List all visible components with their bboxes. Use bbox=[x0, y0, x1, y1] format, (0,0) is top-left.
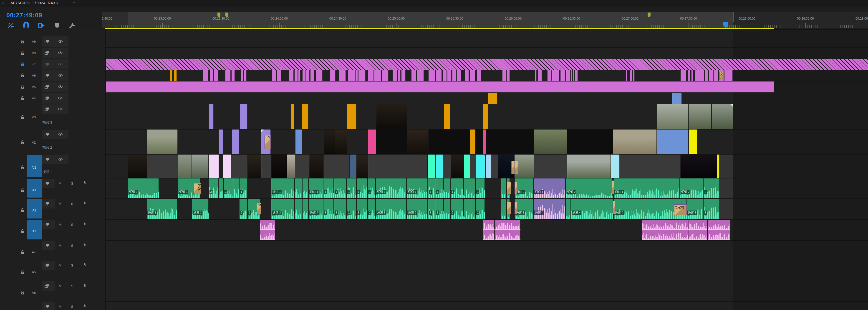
sync-lock-icon[interactable] bbox=[44, 85, 49, 89]
magnet-snap-icon[interactable] bbox=[22, 22, 30, 29]
clip[interactable] bbox=[657, 130, 688, 154]
mute-button[interactable]: M bbox=[59, 284, 62, 288]
clip[interactable] bbox=[681, 70, 686, 81]
clip[interactable]: 通道 1 bbox=[309, 178, 323, 198]
clip[interactable] bbox=[376, 130, 407, 154]
clip[interactable] bbox=[436, 70, 442, 81]
clip[interactable]: 2 bbox=[704, 178, 717, 198]
sync-lock-icon[interactable] bbox=[44, 133, 49, 137]
lock-icon[interactable] bbox=[21, 250, 25, 254]
lock-icon[interactable] bbox=[21, 229, 25, 233]
clip[interactable] bbox=[214, 70, 218, 81]
clip[interactable]: 通道 4 bbox=[309, 199, 323, 219]
mute-button[interactable]: M bbox=[59, 202, 62, 205]
clip[interactable]: 1 bbox=[368, 178, 375, 198]
track-label[interactable]: A1 bbox=[32, 188, 36, 192]
clip[interactable] bbox=[359, 70, 366, 81]
clip[interactable]: 通道 1 bbox=[534, 178, 565, 198]
clip[interactable]: 通道 3 bbox=[192, 199, 209, 219]
eye-icon[interactable] bbox=[58, 133, 62, 137]
playhead-timecode[interactable]: 00:27:49:09 bbox=[6, 12, 42, 19]
clip[interactable]: 通道 3 bbox=[376, 199, 406, 219]
clip[interactable] bbox=[501, 178, 506, 198]
track-label[interactable]: A2 bbox=[32, 208, 36, 212]
clip[interactable] bbox=[613, 130, 657, 154]
clip[interactable] bbox=[464, 199, 470, 219]
clip[interactable]: 1 bbox=[323, 178, 334, 198]
clip[interactable] bbox=[295, 199, 302, 219]
clip[interactable] bbox=[689, 104, 711, 129]
clip[interactable] bbox=[611, 154, 620, 178]
clip[interactable]: 通道 3 bbox=[271, 199, 294, 219]
clip[interactable]: 3 bbox=[323, 199, 334, 219]
clip[interactable] bbox=[464, 154, 470, 178]
clip[interactable] bbox=[626, 70, 627, 81]
snap-playhead-icon[interactable] bbox=[7, 22, 14, 29]
mute-button[interactable]: M bbox=[59, 181, 62, 185]
clip[interactable] bbox=[483, 220, 495, 240]
clip[interactable]: 通道 2 bbox=[680, 178, 703, 198]
clip[interactable]: 通道 1 bbox=[614, 178, 680, 198]
clip[interactable] bbox=[398, 70, 401, 81]
clip[interactable] bbox=[294, 70, 298, 81]
lock-icon[interactable] bbox=[21, 62, 25, 66]
clip[interactable] bbox=[356, 154, 368, 178]
clip[interactable] bbox=[672, 93, 682, 104]
clip[interactable] bbox=[573, 70, 575, 81]
clip[interactable] bbox=[483, 130, 486, 154]
clip[interactable] bbox=[681, 154, 704, 178]
clip[interactable] bbox=[355, 70, 358, 81]
transition-badge[interactable]: 交 bbox=[719, 72, 723, 80]
clip[interactable] bbox=[464, 178, 470, 198]
clip[interactable]: 2 bbox=[451, 199, 464, 219]
clip[interactable]: 2 bbox=[368, 199, 375, 219]
clip[interactable] bbox=[488, 93, 497, 104]
clip[interactable] bbox=[291, 104, 294, 129]
clip[interactable] bbox=[302, 104, 308, 129]
clip[interactable] bbox=[717, 178, 719, 198]
clip[interactable] bbox=[347, 104, 356, 129]
clip[interactable]: 通道 1 bbox=[128, 178, 159, 198]
clip[interactable] bbox=[571, 70, 572, 81]
track-label[interactable]: V2 bbox=[32, 141, 36, 144]
sync-lock-icon[interactable] bbox=[44, 39, 49, 44]
transition-badge[interactable] bbox=[515, 161, 518, 174]
clip[interactable] bbox=[451, 154, 464, 178]
clip[interactable] bbox=[457, 70, 461, 81]
clip[interactable]: 3 bbox=[224, 178, 232, 198]
clip[interactable] bbox=[475, 130, 483, 154]
clip[interactable]: 3 bbox=[704, 199, 717, 219]
voiceover-mic-icon[interactable] bbox=[83, 181, 88, 185]
clip[interactable] bbox=[223, 154, 231, 178]
clip[interactable] bbox=[348, 70, 355, 81]
clip[interactable] bbox=[306, 70, 310, 81]
clip[interactable]: 通道 1 bbox=[407, 178, 428, 198]
clip[interactable] bbox=[567, 130, 613, 154]
transition-badge[interactable] bbox=[613, 201, 615, 215]
clip[interactable]: 2 bbox=[435, 199, 443, 219]
solo-button[interactable]: S bbox=[71, 202, 73, 205]
clip[interactable]: 2 bbox=[240, 199, 247, 219]
timeline-ruler[interactable]: 00:22:30:0000:23:00:0000:23:30:0000:24:0… bbox=[102, 12, 868, 28]
clip[interactable] bbox=[561, 70, 565, 81]
clip[interactable] bbox=[324, 130, 335, 154]
voiceover-mic-icon[interactable] bbox=[83, 304, 88, 308]
clip[interactable] bbox=[411, 70, 416, 81]
clip[interactable]: 1 bbox=[347, 178, 356, 198]
sync-lock-icon[interactable] bbox=[44, 74, 49, 78]
transition-badge[interactable] bbox=[515, 202, 517, 215]
lock-icon[interactable] bbox=[21, 39, 25, 44]
lock-icon[interactable] bbox=[21, 290, 25, 294]
clip[interactable] bbox=[128, 154, 147, 178]
solo-button[interactable]: S bbox=[71, 223, 73, 226]
header-content-divider[interactable] bbox=[105, 29, 105, 310]
clip[interactable] bbox=[350, 154, 356, 178]
transition-badge[interactable]: 恒定 bbox=[193, 183, 201, 194]
linked-selection-icon[interactable] bbox=[38, 22, 45, 29]
clip[interactable] bbox=[225, 70, 231, 81]
clip[interactable] bbox=[705, 70, 708, 81]
clip[interactable] bbox=[393, 70, 397, 81]
clip[interactable] bbox=[260, 220, 275, 240]
clip[interactable] bbox=[717, 154, 719, 178]
clip[interactable] bbox=[657, 104, 688, 129]
